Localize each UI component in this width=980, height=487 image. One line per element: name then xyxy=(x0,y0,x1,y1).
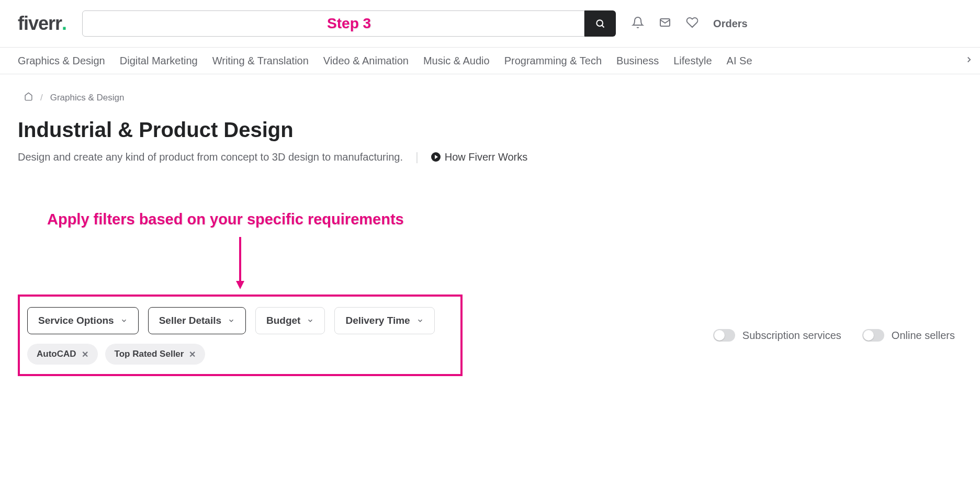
chevron-down-icon xyxy=(416,317,424,324)
breadcrumb-category[interactable]: Graphics & Design xyxy=(50,93,125,103)
home-icon xyxy=(24,92,33,101)
chevron-down-icon xyxy=(120,317,128,324)
subtitle-divider: | xyxy=(415,150,419,164)
filter-label: Seller Details xyxy=(159,315,221,326)
logo[interactable]: fiverr. xyxy=(18,13,66,35)
heart-icon[interactable] xyxy=(686,16,699,31)
filter-label: Service Options xyxy=(38,315,114,326)
tag-remove[interactable]: ✕ xyxy=(189,349,196,359)
svg-line-1 xyxy=(602,25,604,27)
svg-marker-4 xyxy=(236,281,244,289)
logo-text: fiverr xyxy=(18,13,62,35)
nav-item-writing-translation[interactable]: Writing & Translation xyxy=(212,55,309,67)
nav-bar: Graphics & Design Digital Marketing Writ… xyxy=(0,47,980,74)
how-fiverr-works-link[interactable]: How Fiverr Works xyxy=(431,151,528,163)
filter-delivery-time[interactable]: Delivery Time xyxy=(334,307,434,334)
nav-item-digital-marketing[interactable]: Digital Marketing xyxy=(120,55,198,67)
nav-item-business[interactable]: Business xyxy=(616,55,659,67)
filter-tags: AutoCAD ✕ Top Rated Seller ✕ xyxy=(27,344,453,365)
play-icon xyxy=(431,152,441,162)
filters-highlight-box: Service Options Seller Details Budget De… xyxy=(18,295,463,376)
filter-tag-autocad: AutoCAD ✕ xyxy=(27,344,98,365)
nav-item-music-audio[interactable]: Music & Audio xyxy=(423,55,490,67)
how-works-label: How Fiverr Works xyxy=(445,151,528,163)
nav-scroll-right[interactable] xyxy=(949,55,974,66)
toggle-online-switch[interactable] xyxy=(862,329,884,342)
header-icons: Orders xyxy=(632,16,748,31)
filter-tag-top-rated: Top Rated Seller ✕ xyxy=(105,344,206,365)
svg-point-0 xyxy=(596,20,603,26)
nav-item-ai-services[interactable]: AI Se xyxy=(727,55,752,67)
breadcrumb-home[interactable] xyxy=(24,92,33,104)
filters-row: Service Options Seller Details Budget De… xyxy=(18,295,962,376)
chevron-down-icon xyxy=(228,317,235,324)
chevron-right-icon xyxy=(964,55,974,64)
content: / Graphics & Design Industrial & Product… xyxy=(0,74,980,376)
toggle-subscription-switch[interactable] xyxy=(713,329,735,342)
page-subtitle: Design and create any kind of product fr… xyxy=(18,151,403,163)
page-title: Industrial & Product Design xyxy=(18,118,962,142)
search-input[interactable] xyxy=(82,10,584,37)
nav-item-video-animation[interactable]: Video & Animation xyxy=(323,55,409,67)
search-container: Step 3 xyxy=(82,10,616,37)
toggle-label: Subscription services xyxy=(742,330,841,342)
breadcrumb: / Graphics & Design xyxy=(24,92,962,104)
arrow-down-icon xyxy=(235,237,245,289)
annotation-area: Apply filters based on your specific req… xyxy=(18,211,962,295)
mail-icon[interactable] xyxy=(659,16,671,31)
toggle-label: Online sellers xyxy=(892,330,955,342)
toggle-online: Online sellers xyxy=(862,329,955,342)
orders-link[interactable]: Orders xyxy=(713,18,748,30)
chevron-down-icon xyxy=(307,317,314,324)
filter-label: Delivery Time xyxy=(345,315,410,326)
search-button[interactable] xyxy=(584,10,616,37)
filter-dropdowns: Service Options Seller Details Budget De… xyxy=(27,307,453,334)
notifications-icon[interactable] xyxy=(632,16,644,31)
tag-label: Top Rated Seller xyxy=(115,349,184,359)
header: fiverr. Step 3 Orders xyxy=(0,0,980,47)
nav-item-graphics-design[interactable]: Graphics & Design xyxy=(18,55,105,67)
tag-remove[interactable]: ✕ xyxy=(82,349,88,359)
logo-dot: . xyxy=(62,13,66,35)
toggles: Subscription services Online sellers xyxy=(713,329,955,342)
filter-seller-details[interactable]: Seller Details xyxy=(148,307,246,334)
annotation-filters-note: Apply filters based on your specific req… xyxy=(47,211,962,228)
filter-service-options[interactable]: Service Options xyxy=(27,307,139,334)
nav-item-programming-tech[interactable]: Programming & Tech xyxy=(504,55,602,67)
toggle-subscription: Subscription services xyxy=(713,329,841,342)
nav-item-lifestyle[interactable]: Lifestyle xyxy=(673,55,712,67)
search-icon xyxy=(595,18,605,29)
filter-budget[interactable]: Budget xyxy=(255,307,325,334)
page-subtitle-row: Design and create any kind of product fr… xyxy=(18,150,962,164)
toggle-knob xyxy=(714,330,725,341)
toggle-knob xyxy=(863,330,874,341)
tag-label: AutoCAD xyxy=(37,349,76,359)
filter-label: Budget xyxy=(266,315,300,326)
breadcrumb-separator: / xyxy=(40,93,43,103)
